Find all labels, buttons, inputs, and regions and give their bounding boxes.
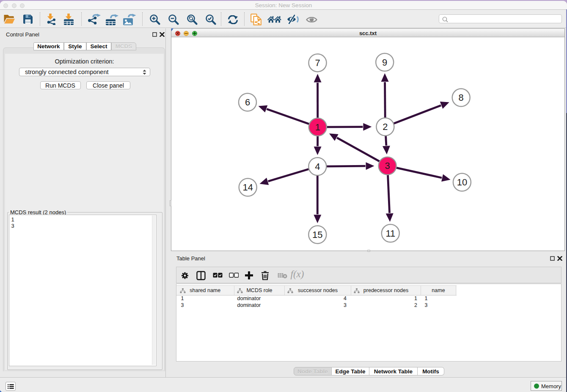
svg-text:1: 1: [315, 122, 320, 133]
svg-text:10: 10: [457, 177, 467, 188]
svg-text:15: 15: [312, 229, 322, 240]
svg-text:4: 4: [315, 161, 320, 172]
svg-text:2: 2: [383, 121, 388, 132]
svg-text:6: 6: [245, 97, 250, 108]
svg-text:14: 14: [242, 182, 253, 193]
svg-text:8: 8: [459, 92, 464, 103]
svg-text:3: 3: [385, 160, 390, 171]
svg-text:7: 7: [315, 58, 320, 68]
svg-text:11: 11: [385, 228, 395, 239]
svg-text:9: 9: [382, 57, 387, 68]
